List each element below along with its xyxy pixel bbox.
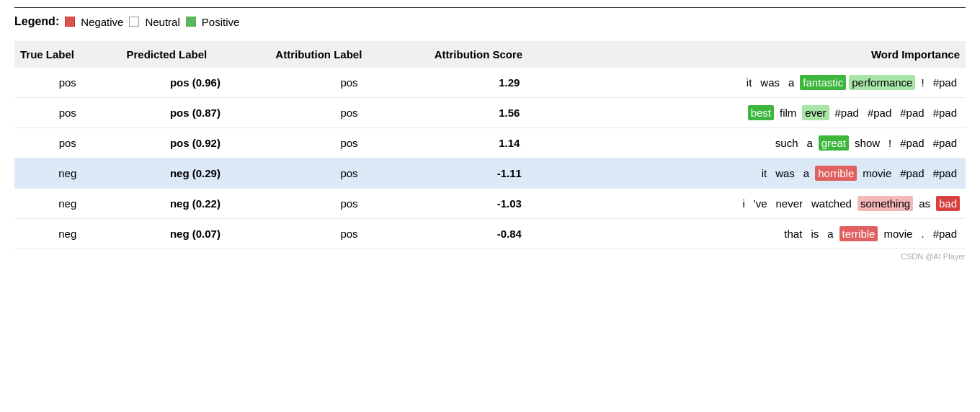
- word-importance-cell: suchagreatshow!#pad#pad: [590, 128, 966, 158]
- attribution-label-cell: pos: [270, 219, 428, 249]
- col-word-importance: Word Importance: [590, 41, 966, 68]
- predicted-label-cell: pos (0.92): [120, 128, 270, 158]
- word-token: !: [886, 135, 894, 151]
- word-token: that: [781, 226, 805, 241]
- col-true-label: True Label: [14, 41, 120, 68]
- attribution-score-cell: -1.11: [429, 158, 590, 189]
- word-token: something: [858, 196, 913, 211]
- word-token: !: [918, 75, 927, 90]
- word-token: great: [819, 135, 849, 151]
- attribution-label-cell: pos: [270, 158, 428, 189]
- word-importance-cell: itwasafantasticperformance!#pad: [590, 68, 966, 98]
- word-token: bad: [936, 196, 960, 211]
- word-token: a: [824, 226, 836, 241]
- word-token: a: [801, 166, 812, 181]
- word-token: was: [772, 166, 798, 181]
- word-token: best: [748, 105, 774, 120]
- word-token: #pad: [897, 135, 927, 151]
- word-token: fantastic: [800, 75, 846, 90]
- word-token: #pad: [897, 166, 927, 181]
- positive-icon: [186, 17, 196, 27]
- word-importance-cell: i'veneverwatchedsomethingasbad: [590, 189, 966, 219]
- attribution-label-cell: pos: [270, 189, 428, 219]
- word-token: performance: [849, 75, 915, 90]
- table-row: pospos (0.87)pos1.56bestfilmever#pad#pad…: [14, 98, 966, 128]
- word-token: i: [739, 196, 747, 211]
- table-row: negneg (0.29)pos-1.11itwasahorriblemovie…: [14, 158, 966, 189]
- results-table: True Label Predicted Label Attribution L…: [14, 41, 966, 249]
- word-importance-cell: bestfilmever#pad#pad#pad#pad: [590, 98, 966, 128]
- true-label-cell: pos: [14, 98, 120, 128]
- word-token: #pad: [930, 105, 960, 120]
- table-row: pospos (0.92)pos1.14suchagreatshow!#pad#…: [14, 128, 966, 158]
- word-token: #pad: [930, 166, 960, 181]
- word-token: #pad: [897, 105, 927, 120]
- table-row: pospos (0.96)pos1.29itwasafantasticperfo…: [14, 68, 966, 98]
- true-label-cell: pos: [14, 128, 120, 158]
- word-token: #pad: [930, 135, 960, 151]
- word-token: a: [804, 135, 816, 151]
- true-label-cell: pos: [14, 68, 120, 98]
- word-token: it: [744, 75, 755, 90]
- top-divider: [14, 7, 966, 8]
- col-attribution-score: Attribution Score: [429, 41, 590, 68]
- predicted-label-cell: neg (0.22): [120, 189, 270, 219]
- predicted-label-cell: neg (0.29): [120, 158, 270, 189]
- word-token: #pad: [832, 105, 862, 120]
- word-token: #pad: [930, 75, 960, 90]
- word-token: ever: [802, 105, 829, 120]
- true-label-cell: neg: [14, 158, 120, 189]
- col-predicted-label: Predicted Label: [120, 41, 270, 68]
- true-label-cell: neg: [14, 219, 120, 249]
- word-token: movie: [881, 226, 915, 241]
- word-token: was: [757, 75, 783, 90]
- word-token: never: [773, 196, 806, 211]
- table-row: negneg (0.22)pos-1.03i'veneverwatchedsom…: [14, 189, 966, 219]
- word-token: a: [785, 75, 797, 90]
- word-token: show: [852, 135, 883, 151]
- word-importance-cell: itwasahorriblemovie#pad#pad: [590, 158, 966, 189]
- word-token: 've: [751, 196, 770, 211]
- table-row: negneg (0.07)pos-0.84thatisaterriblemovi…: [14, 219, 966, 249]
- word-importance-cell: thatisaterriblemovie.#pad: [590, 219, 966, 249]
- predicted-label-cell: neg (0.07): [120, 219, 270, 249]
- word-token: it: [759, 166, 770, 181]
- word-token: movie: [860, 166, 894, 181]
- true-label-cell: neg: [14, 189, 120, 219]
- neutral-label: Neutral: [145, 16, 179, 28]
- col-attribution-label: Attribution Label: [270, 41, 428, 68]
- word-token: as: [916, 196, 933, 211]
- attribution-score-cell: 1.29: [429, 68, 590, 98]
- table-header: True Label Predicted Label Attribution L…: [14, 41, 966, 68]
- word-token: #pad: [865, 105, 894, 120]
- attribution-score-cell: -1.03: [429, 189, 590, 219]
- predicted-label-cell: pos (0.96): [120, 68, 270, 98]
- attribution-score-cell: 1.56: [429, 98, 590, 128]
- word-token: terrible: [839, 226, 878, 241]
- word-token: such: [772, 135, 801, 151]
- legend-label: Legend:: [14, 15, 59, 28]
- attribution-label-cell: pos: [270, 128, 428, 158]
- predicted-label-cell: pos (0.87): [120, 98, 270, 128]
- word-token: #pad: [930, 226, 960, 241]
- attribution-label-cell: pos: [270, 98, 428, 128]
- negative-icon: [65, 17, 75, 27]
- table-body: pospos (0.96)pos1.29itwasafantasticperfo…: [14, 68, 966, 249]
- negative-label: Negative: [81, 16, 123, 28]
- neutral-icon: [129, 17, 139, 27]
- word-token: horrible: [815, 166, 857, 181]
- attribution-score-cell: -0.84: [429, 219, 590, 249]
- legend: Legend: Negative Neutral Positive: [14, 15, 966, 28]
- word-token: is: [808, 226, 821, 241]
- positive-label: Positive: [202, 16, 240, 28]
- attribution-score-cell: 1.14: [429, 128, 590, 158]
- word-token: watched: [808, 196, 855, 211]
- word-token: .: [918, 226, 927, 241]
- word-token: film: [777, 105, 799, 120]
- watermark: CSDN @AI Player: [14, 252, 966, 261]
- attribution-label-cell: pos: [270, 68, 428, 98]
